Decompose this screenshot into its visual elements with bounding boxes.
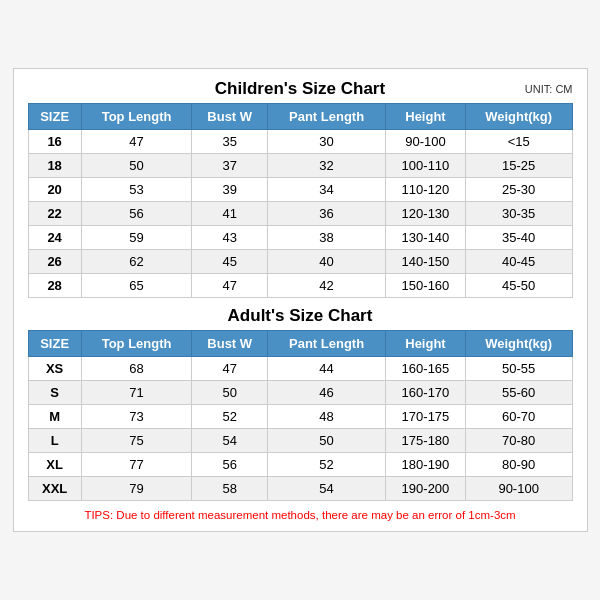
table-cell: 58 [192,477,268,501]
table-cell: 40 [267,250,385,274]
table-cell: XS [28,357,81,381]
table-cell: 50 [81,154,192,178]
table-cell: 170-175 [386,405,466,429]
children-col-top-length: Top Length [81,104,192,130]
table-cell: 73 [81,405,192,429]
table-cell: 47 [81,130,192,154]
table-cell: 15-25 [465,154,572,178]
table-cell: 50 [192,381,268,405]
table-cell: 50 [267,429,385,453]
table-row: 26624540140-15040-45 [28,250,572,274]
adult-title-row: Adult's Size Chart [28,306,573,326]
table-cell: 160-170 [386,381,466,405]
table-row: 20533934110-12025-30 [28,178,572,202]
children-chart-title: Children's Size Chart [215,79,385,99]
table-cell: 26 [28,250,81,274]
table-cell: 68 [81,357,192,381]
children-col-pant-length: Pant Length [267,104,385,130]
table-cell: 77 [81,453,192,477]
table-cell: 52 [192,405,268,429]
table-cell: 56 [81,202,192,226]
table-cell: 190-200 [386,477,466,501]
table-cell: 140-150 [386,250,466,274]
table-cell: 75 [81,429,192,453]
table-cell: 22 [28,202,81,226]
table-cell: 44 [267,357,385,381]
table-row: XL775652180-19080-90 [28,453,572,477]
table-cell: 45 [192,250,268,274]
table-cell: 150-160 [386,274,466,298]
unit-label: UNIT: CM [525,83,573,95]
table-row: 1647353090-100<15 [28,130,572,154]
table-cell: 28 [28,274,81,298]
table-cell: 38 [267,226,385,250]
table-cell: S [28,381,81,405]
table-row: 28654742150-16045-50 [28,274,572,298]
children-col-size: SIZE [28,104,81,130]
table-row: XS684744160-16550-55 [28,357,572,381]
table-cell: 52 [267,453,385,477]
table-cell: 20 [28,178,81,202]
table-row: 18503732100-11015-25 [28,154,572,178]
table-cell: 79 [81,477,192,501]
table-cell: 60-70 [465,405,572,429]
table-row: M735248170-17560-70 [28,405,572,429]
table-cell: 56 [192,453,268,477]
table-cell: 100-110 [386,154,466,178]
children-col-weight: Weight(kg) [465,104,572,130]
adult-col-bust-w: Bust W [192,331,268,357]
table-row: 24594338130-14035-40 [28,226,572,250]
table-cell: 55-60 [465,381,572,405]
table-cell: 30 [267,130,385,154]
table-cell: 47 [192,357,268,381]
table-row: S715046160-17055-60 [28,381,572,405]
table-cell: 40-45 [465,250,572,274]
table-cell: 18 [28,154,81,178]
table-cell: <15 [465,130,572,154]
adult-size-table: SIZE Top Length Bust W Pant Length Heigh… [28,330,573,501]
table-cell: 53 [81,178,192,202]
tips-text: TIPS: Due to different measurement metho… [28,509,573,521]
table-cell: M [28,405,81,429]
table-cell: 130-140 [386,226,466,250]
table-cell: 47 [192,274,268,298]
table-cell: 90-100 [386,130,466,154]
table-cell: 160-165 [386,357,466,381]
table-cell: 59 [81,226,192,250]
table-cell: 25-30 [465,178,572,202]
table-cell: 24 [28,226,81,250]
table-cell: XL [28,453,81,477]
adult-header-row: SIZE Top Length Bust W Pant Length Heigh… [28,331,572,357]
children-header-row: SIZE Top Length Bust W Pant Length Heigh… [28,104,572,130]
table-cell: 180-190 [386,453,466,477]
table-cell: 35-40 [465,226,572,250]
table-cell: 65 [81,274,192,298]
table-cell: 80-90 [465,453,572,477]
table-cell: 39 [192,178,268,202]
table-cell: 30-35 [465,202,572,226]
adult-col-weight: Weight(kg) [465,331,572,357]
table-cell: 175-180 [386,429,466,453]
adult-col-height: Height [386,331,466,357]
table-cell: 41 [192,202,268,226]
table-cell: 32 [267,154,385,178]
adult-col-size: SIZE [28,331,81,357]
table-cell: 50-55 [465,357,572,381]
size-chart-container: Children's Size Chart UNIT: CM SIZE Top … [13,68,588,532]
adult-chart-title: Adult's Size Chart [228,306,373,326]
table-cell: 35 [192,130,268,154]
table-cell: 45-50 [465,274,572,298]
table-cell: 34 [267,178,385,202]
table-cell: 70-80 [465,429,572,453]
table-cell: 54 [267,477,385,501]
table-cell: 90-100 [465,477,572,501]
table-cell: 46 [267,381,385,405]
children-size-table: SIZE Top Length Bust W Pant Length Heigh… [28,103,573,298]
table-cell: 48 [267,405,385,429]
children-col-height: Height [386,104,466,130]
table-cell: 37 [192,154,268,178]
adult-col-pant-length: Pant Length [267,331,385,357]
adult-col-top-length: Top Length [81,331,192,357]
table-row: 22564136120-13030-35 [28,202,572,226]
table-cell: L [28,429,81,453]
